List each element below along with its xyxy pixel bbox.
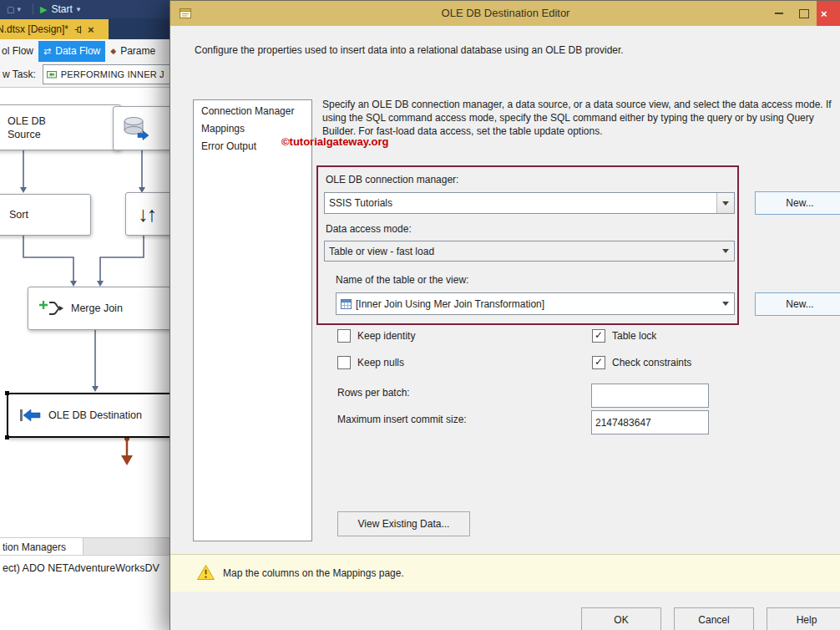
document-tab-label: N.dtsx [Design]*	[0, 23, 68, 35]
check-constraints-option[interactable]: ✓ Check constraints	[592, 356, 691, 369]
screen: ▢ ▾ ▶ Start ▾ N.dtsx [Design]* × ol Flow…	[0, 0, 840, 630]
table-name-label: Name of the table or the view:	[336, 274, 468, 286]
specify-text: Specify an OLE DB connection manager, a …	[322, 98, 837, 138]
table-lock-option[interactable]: ✓ Table lock	[592, 329, 656, 343]
rows-per-batch-label: Rows per batch:	[337, 387, 410, 399]
destination-arrow-icon	[19, 408, 41, 423]
rows-per-batch-input[interactable]	[591, 384, 709, 408]
merge-join-icon	[38, 299, 63, 318]
start-debug-button[interactable]: ▶ Start ▾	[40, 3, 80, 15]
keep-nulls-option[interactable]: Keep nulls	[337, 356, 404, 369]
data-flow-icon: ⇄	[43, 46, 51, 57]
chevron-down-icon[interactable]	[716, 193, 734, 213]
dataflow-box-sort[interactable]: Sort	[0, 194, 91, 236]
dataflow-box-ole-db-source[interactable]: OLE DB Source	[0, 104, 121, 150]
database-icon	[122, 116, 149, 141]
close-icon[interactable]: ×	[88, 24, 94, 35]
parameters-icon: ◆	[110, 47, 116, 55]
checkbox-label: Keep identity	[357, 330, 415, 342]
checkbox-checked[interactable]: ✓	[592, 329, 605, 343]
close-icon: ×	[821, 8, 827, 20]
box-label: OLE DB Destination	[48, 409, 142, 421]
dataflow-box-merge-join[interactable]: Merge Join	[28, 287, 175, 330]
chevron-down-icon[interactable]: ▾	[17, 5, 21, 13]
tab-control-flow[interactable]: ol Flow	[0, 39, 38, 62]
minimize-button[interactable]	[767, 1, 792, 26]
checkbox-unchecked[interactable]	[337, 356, 351, 369]
tab-label: Data Flow	[55, 45, 100, 57]
tab-label: Parame	[120, 45, 155, 57]
new-table-button[interactable]: New...	[755, 292, 840, 316]
tab-data-flow[interactable]: ⇄ Data Flow	[38, 41, 105, 62]
dialog-title: OLE DB Destination Editor	[170, 1, 840, 26]
combobox-value: SSIS Tutorials	[329, 197, 712, 209]
connection-manager-combobox[interactable]: SSIS Tutorials	[324, 192, 735, 214]
new-connection-button[interactable]: New...	[755, 191, 840, 215]
dangling-output-arrow	[121, 436, 133, 465]
watermark: ©tutorialgateway.org	[281, 135, 389, 148]
editor-pages-list: Connection Manager Mappings Error Output	[193, 99, 312, 541]
max-insert-commit-input[interactable]	[591, 410, 709, 434]
tab-label: ol Flow	[2, 45, 33, 57]
table-icon	[341, 299, 352, 309]
task-label: w Task:	[3, 69, 36, 80]
cancel-button[interactable]: Cancel	[674, 607, 754, 630]
checkbox-checked[interactable]: ✓	[592, 356, 605, 369]
window-controls: ×	[767, 1, 840, 26]
sort-arrows-icon: ↓↑	[138, 202, 155, 226]
checkbox-label: Keep nulls	[357, 357, 404, 368]
selection-handle[interactable]	[5, 435, 9, 439]
checkbox-label: Table lock	[612, 330, 656, 342]
connector-sort-to-merge	[23, 234, 73, 281]
ok-button[interactable]: OK	[581, 607, 661, 630]
table-name-combobox[interactable]: [Inner Join Using Mer Join Transformatio…	[336, 292, 735, 315]
selection-handle[interactable]	[5, 391, 9, 395]
toolbar-window-icon[interactable]: ▢	[7, 5, 14, 14]
connector-sorticon-to-merge	[100, 234, 144, 281]
tab-label: tion Managers	[3, 541, 66, 553]
checkbox-label: Check constraints	[612, 357, 691, 368]
ole-db-destination-editor-dialog: OLE DB Destination Editor × Configure th…	[170, 0, 840, 630]
maximize-button[interactable]	[792, 1, 817, 26]
checkbox-unchecked[interactable]	[337, 329, 351, 343]
keep-identity-option[interactable]: Keep identity	[337, 329, 415, 343]
help-button[interactable]: Help	[767, 607, 840, 630]
check-mark: ✓	[595, 330, 603, 340]
play-icon: ▶	[40, 4, 47, 15]
chevron-down-icon[interactable]	[717, 241, 734, 261]
warning-bar: Map the columns on the Mappings page.	[170, 554, 840, 592]
start-label: Start	[51, 3, 72, 15]
dialog-description: Configure the properties used to insert …	[195, 44, 817, 56]
max-insert-commit-label: Maximum insert commit size:	[337, 414, 467, 425]
connection-manager-item[interactable]: ect) ADO NETAdventureWorksDV	[3, 562, 159, 574]
warning-text: Map the columns on the Mappings page.	[223, 567, 404, 579]
chevron-down-icon[interactable]	[717, 293, 734, 314]
tab-connection-managers[interactable]: tion Managers	[0, 538, 83, 556]
combobox-value: [Inner Join Using Mer Join Transformatio…	[356, 298, 713, 310]
data-access-mode-combobox[interactable]: Table or view - fast load	[324, 241, 735, 262]
box-label: Sort	[9, 209, 28, 221]
chevron-down-icon: ▾	[77, 5, 81, 13]
tab-parameters[interactable]: ◆ Parame	[105, 39, 160, 62]
task-selector[interactable]: PERFORMING INNER J	[43, 64, 185, 84]
close-button[interactable]: ×	[817, 1, 840, 26]
dialog-titlebar[interactable]: OLE DB Destination Editor ×	[170, 1, 840, 26]
dialog-footer: OK Cancel Help	[170, 592, 840, 630]
document-tab-dtsx[interactable]: N.dtsx [Design]* ×	[0, 19, 109, 39]
task-name: PERFORMING INNER J	[61, 69, 164, 79]
box-label: Merge Join	[71, 302, 123, 314]
data-access-mode-label: Data access mode:	[326, 223, 412, 235]
pin-icon[interactable]	[73, 25, 83, 34]
connection-manager-label: OLE DB connection manager:	[326, 174, 458, 185]
maximize-icon	[799, 9, 809, 18]
warning-icon	[197, 565, 215, 580]
task-icon	[47, 69, 57, 79]
box-label: OLE DB Source	[8, 114, 59, 141]
view-existing-data-button[interactable]: View Existing Data...	[337, 511, 470, 536]
page-item-connection-manager[interactable]: Connection Manager	[194, 103, 311, 120]
minimize-icon	[775, 13, 783, 14]
check-mark: ✓	[595, 357, 603, 367]
combobox-value: Table or view - fast load	[329, 246, 713, 257]
toolbar-separator	[33, 3, 33, 15]
